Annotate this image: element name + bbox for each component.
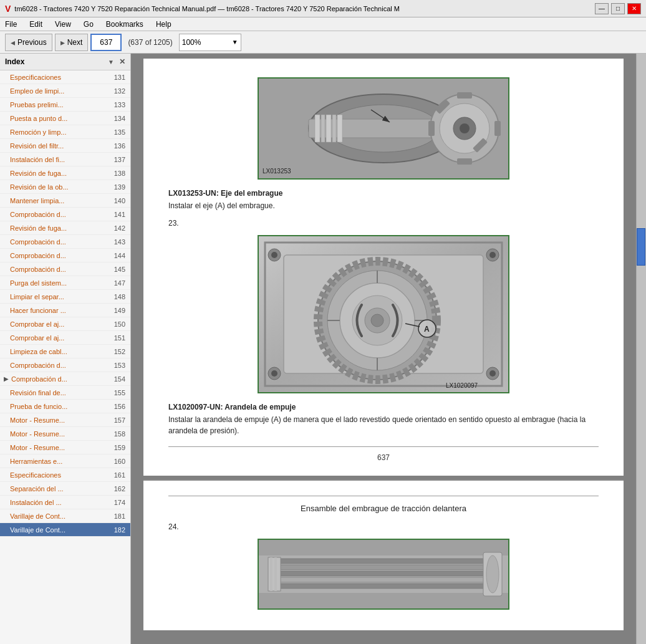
sidebar-item-30[interactable]: Separación del ...162 xyxy=(0,482,130,496)
previous-arrow-icon: ◂ xyxy=(11,37,15,47)
menu-edit[interactable]: Edit xyxy=(27,19,45,30)
sidebar-item-1[interactable]: Empleo de limpi...132 xyxy=(0,84,130,98)
image2-container: A LX1020097 xyxy=(168,235,599,395)
sidebar-item-26[interactable]: Motor - Resume...158 xyxy=(0,427,130,441)
sidebar-item-4[interactable]: Remoción y limp...135 xyxy=(0,125,130,139)
sidebar-item-28[interactable]: Herramientas e...160 xyxy=(0,454,130,468)
svg-rect-13 xyxy=(428,121,435,136)
sidebar-item-number: 147 xyxy=(108,279,125,287)
sidebar-item-title: Motor - Resume... xyxy=(10,416,108,424)
sidebar-item-title: Comprobación d... xyxy=(11,375,108,383)
sidebar-item-number: 158 xyxy=(108,430,125,438)
svg-rect-53 xyxy=(277,571,489,576)
sidebar-item-9[interactable]: Mantener limpia...140 xyxy=(0,194,130,208)
sidebar-item-12[interactable]: Comprobación d...143 xyxy=(0,235,130,249)
svg-rect-57 xyxy=(270,557,272,591)
sidebar-item-title: Comprobación d... xyxy=(10,266,108,273)
sidebar-title: Index xyxy=(5,57,105,66)
sidebar-item-expand-icon: ▶ xyxy=(4,375,9,382)
scrollbar-thumb[interactable] xyxy=(637,228,645,266)
sidebar-item-19[interactable]: Comprobar el aj...151 xyxy=(0,331,130,345)
sidebar-item-14[interactable]: Comprobación d...145 xyxy=(0,262,130,276)
sidebar-item-15[interactable]: Purga del sistem...147 xyxy=(0,276,130,290)
main-area: Index ▼ ✕ Especificaciones131Empleo de l… xyxy=(0,54,646,644)
svg-rect-8 xyxy=(337,115,342,142)
sidebar-item-32[interactable]: Varillaje de Cont...181 xyxy=(0,509,130,523)
next-button[interactable]: ▸ Next xyxy=(55,34,89,51)
sidebar-item-13[interactable]: Comprobación d...144 xyxy=(0,249,130,262)
sidebar-item-2[interactable]: Pruebas prelimi...133 xyxy=(0,98,130,112)
sidebar-dropdown-icon[interactable]: ▼ xyxy=(108,59,114,65)
menu-bookmarks[interactable]: Bookmarks xyxy=(104,19,146,30)
sidebar-item-16[interactable]: Limpiar el separ...148 xyxy=(0,290,130,304)
page-footer: 637 xyxy=(168,446,599,463)
pdf-page-1: LX013253 LX013253-UN: Eje del embrague I… xyxy=(143,59,624,476)
sidebar-item-29[interactable]: Especificaciones161 xyxy=(0,468,130,482)
svg-rect-54 xyxy=(277,577,489,582)
sidebar-close-button[interactable]: ✕ xyxy=(119,57,125,66)
svg-rect-5 xyxy=(321,115,325,142)
svg-point-33 xyxy=(271,370,277,377)
toolbar: ◂ Previous ▸ Next (637 of 1205) 100% ▼ xyxy=(0,31,646,54)
sidebar-item-8[interactable]: Revisión de la ob...139 xyxy=(0,180,130,194)
sidebar-item-number: 156 xyxy=(108,403,125,410)
sidebar-item-title: Revisión de fuga... xyxy=(10,170,108,177)
sidebar-item-18[interactable]: Comprobar el aj...150 xyxy=(0,317,130,331)
sidebar-item-number: 157 xyxy=(108,416,125,424)
sidebar-item-number: 174 xyxy=(108,499,125,506)
sidebar-item-number: 181 xyxy=(108,512,125,520)
sidebar-item-number: 139 xyxy=(108,183,125,191)
sidebar-item-5[interactable]: Revisión del filtr...136 xyxy=(0,139,130,153)
sidebar-item-title: Hacer funcionar ... xyxy=(10,307,108,314)
sidebar-item-6[interactable]: Instalación del fi...137 xyxy=(0,153,130,166)
sidebar-item-31[interactable]: Instalación del ...174 xyxy=(0,496,130,509)
sidebar-header: Index ▼ ✕ xyxy=(0,54,130,70)
sidebar-item-22[interactable]: ▶Comprobación d...154 xyxy=(0,372,130,386)
zoom-selector[interactable]: 100% ▼ xyxy=(179,34,241,51)
sidebar-item-number: 133 xyxy=(108,101,125,108)
image1-placeholder: LX013253 xyxy=(259,79,508,178)
sidebar-item-3[interactable]: Puesta a punto d...134 xyxy=(0,112,130,125)
sidebar-item-7[interactable]: Revisión de fuga...138 xyxy=(0,166,130,180)
page-number-input[interactable] xyxy=(90,34,122,51)
sidebar-item-title: Especificaciones xyxy=(10,74,108,81)
menu-go[interactable]: Go xyxy=(81,19,96,30)
sidebar-item-33[interactable]: Varillaje de Cont...182 xyxy=(0,523,130,537)
close-button[interactable]: ✕ xyxy=(627,3,641,14)
previous-button[interactable]: ◂ Previous xyxy=(5,34,52,51)
caption2-bold: LX1020097-UN: Arandela de empuje xyxy=(168,401,599,413)
sidebar-item-title: Purga del sistem... xyxy=(10,279,108,287)
svg-rect-52 xyxy=(277,565,489,570)
menu-file[interactable]: File xyxy=(2,19,19,30)
image3-svg xyxy=(259,540,508,608)
sidebar-item-20[interactable]: Limpieza de cabl...152 xyxy=(0,345,130,358)
page-number: 637 xyxy=(377,453,390,462)
sidebar-item-number: 142 xyxy=(108,224,125,232)
scrollbar[interactable] xyxy=(636,54,646,644)
menu-help[interactable]: Help xyxy=(153,19,174,30)
image2-box: A LX1020097 xyxy=(258,235,509,393)
pdf-content-area[interactable]: LX013253 LX013253-UN: Eje del embrague I… xyxy=(131,54,636,644)
maximize-button[interactable]: □ xyxy=(611,3,625,14)
sidebar-item-0[interactable]: Especificaciones131 xyxy=(0,70,130,84)
sidebar-item-number: 160 xyxy=(108,458,125,465)
sidebar-item-21[interactable]: Comprobación d...153 xyxy=(0,358,130,372)
svg-text:LX013253: LX013253 xyxy=(263,168,291,175)
sidebar-item-title: Instalación del fi... xyxy=(10,156,108,163)
svg-point-18 xyxy=(460,123,470,133)
sidebar-item-10[interactable]: Comprobación d...141 xyxy=(0,208,130,221)
minimize-button[interactable]: — xyxy=(595,3,609,14)
sidebar-item-23[interactable]: Revisión final de...155 xyxy=(0,386,130,400)
sidebar-item-25[interactable]: Motor - Resume...157 xyxy=(0,413,130,427)
image1-svg: LX013253 xyxy=(259,79,508,178)
svg-rect-11 xyxy=(457,92,472,99)
sidebar-item-24[interactable]: Prueba de funcio...156 xyxy=(0,400,130,413)
menu-view[interactable]: View xyxy=(52,19,74,30)
caption2-text: Instalar la arandela de empuje (A) de ma… xyxy=(168,414,599,436)
sidebar-item-27[interactable]: Motor - Resume...159 xyxy=(0,441,130,454)
sidebar-item-title: Varillaje de Cont... xyxy=(10,512,108,520)
sidebar-item-17[interactable]: Hacer funcionar ...149 xyxy=(0,304,130,317)
sidebar-item-number: 149 xyxy=(108,307,125,314)
sidebar-item-11[interactable]: Revisión de fuga...142 xyxy=(0,221,130,235)
sidebar-item-number: 143 xyxy=(108,238,125,246)
